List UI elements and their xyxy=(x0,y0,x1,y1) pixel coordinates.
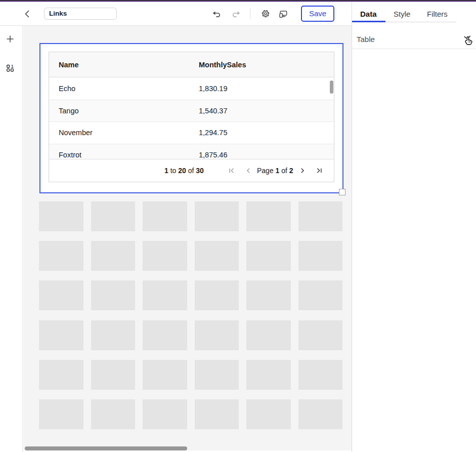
svg-text:1: 1 xyxy=(11,64,14,69)
